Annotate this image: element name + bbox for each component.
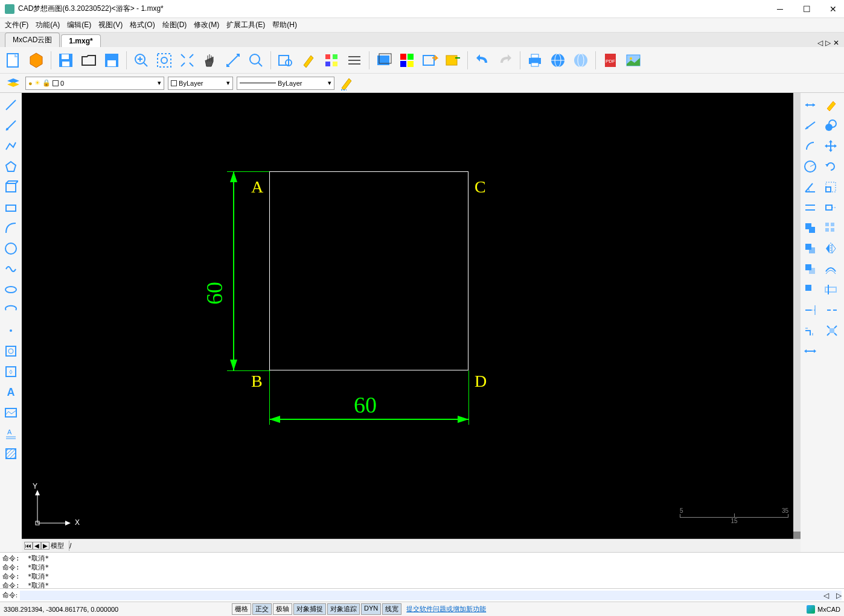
open-folder-button[interactable] <box>78 49 100 71</box>
ellipse-tool[interactable] <box>1 280 21 299</box>
layer-button[interactable] <box>373 49 395 71</box>
command-input[interactable] <box>20 591 842 600</box>
menu-help[interactable]: 帮助(H) <box>272 20 297 30</box>
properties-button[interactable] <box>321 49 342 71</box>
copy2-tool[interactable] <box>801 239 820 258</box>
zoom-window-button[interactable] <box>153 49 175 71</box>
extend-tool[interactable] <box>801 300 820 320</box>
tab-cloud[interactable]: MxCAD云图 <box>5 33 60 47</box>
circle-tool[interactable] <box>1 239 21 258</box>
explode-tool[interactable] <box>822 321 842 340</box>
offset-tool[interactable] <box>821 259 840 279</box>
line-tool[interactable] <box>1 95 21 115</box>
color-button[interactable] <box>396 49 418 71</box>
open-3d-button[interactable] <box>25 49 47 71</box>
redo-button[interactable] <box>494 49 516 71</box>
mirror-tool[interactable] <box>821 239 840 258</box>
pan-button[interactable] <box>199 49 221 71</box>
zoom-realtime-button[interactable] <box>245 49 267 71</box>
save-button[interactable] <box>55 49 77 71</box>
layer-dropdown[interactable]: ● ☀ 🔒 0 ▾ <box>25 77 164 90</box>
block-tool[interactable] <box>1 341 21 361</box>
dim-angular-tool[interactable] <box>801 177 820 197</box>
toggle-grid[interactable]: 栅格 <box>232 603 251 615</box>
maximize-button[interactable]: ☐ <box>801 3 813 15</box>
ray-tool[interactable] <box>1 116 21 135</box>
web-button[interactable] <box>547 49 569 71</box>
print-button[interactable] <box>524 49 546 71</box>
highlight-button[interactable] <box>298 49 319 71</box>
undo-button[interactable] <box>472 49 493 71</box>
menu-ext[interactable]: 扩展工具(E) <box>226 20 265 30</box>
drawing-canvas[interactable]: A C B D 60 60 Y X <box>22 93 801 539</box>
menu-function[interactable]: 功能(A) <box>36 20 60 30</box>
polyline-tool[interactable] <box>1 136 21 156</box>
move-tool[interactable] <box>821 136 840 156</box>
mtext-tool[interactable]: A <box>1 424 21 443</box>
hatch-tool[interactable] <box>1 444 21 463</box>
export-button[interactable] <box>419 49 441 71</box>
insert-block-tool[interactable]: ◊ <box>1 362 21 381</box>
minimize-button[interactable]: ─ <box>774 3 786 15</box>
menu-edit[interactable]: 编辑(E) <box>67 20 91 30</box>
tab-prev-icon[interactable]: ◁ <box>817 39 823 47</box>
image-button[interactable] <box>622 49 644 71</box>
dim-radius-tool[interactable] <box>801 157 820 176</box>
toggle-otrack[interactable]: 对象追踪 <box>327 603 360 615</box>
zoom-extents-button[interactable] <box>176 49 198 71</box>
point-tool[interactable] <box>1 321 21 340</box>
cmd-next-icon[interactable]: ▷ <box>836 591 842 600</box>
scrollbar-v[interactable] <box>793 93 801 539</box>
mt-first[interactable]: ⏮ <box>24 542 33 550</box>
toggle-dyn[interactable]: DYN <box>361 603 381 615</box>
mt-prev[interactable]: ◀ <box>33 542 41 550</box>
tab-close-icon[interactable]: ✕ <box>833 39 839 47</box>
polygon-tool[interactable] <box>1 157 21 176</box>
color-dropdown[interactable]: ByLayer ▾ <box>168 77 233 90</box>
menu-modify[interactable]: 修改(M) <box>194 20 219 30</box>
trim-tool[interactable] <box>821 280 840 299</box>
new-file-button[interactable] <box>2 49 24 71</box>
dim-arc-tool[interactable] <box>801 136 820 156</box>
tab-1mxg[interactable]: 1.mxg* <box>61 34 100 47</box>
cmd-prev-icon[interactable]: ◁ <box>823 591 829 600</box>
menu-view[interactable]: 视图(V) <box>98 20 123 30</box>
arc-tool[interactable] <box>1 218 21 238</box>
layer-manager-button[interactable] <box>5 75 22 92</box>
toggle-polar[interactable]: 极轴 <box>273 603 292 615</box>
stretch-tool[interactable] <box>821 198 840 217</box>
rect-tool[interactable] <box>1 198 21 217</box>
toggle-ortho[interactable]: 正交 <box>252 603 272 615</box>
copy4-tool[interactable] <box>801 280 820 299</box>
menu-file[interactable]: 文件(F) <box>5 20 28 30</box>
dim-baseline-tool[interactable] <box>801 198 820 217</box>
ellipse-arc-tool[interactable] <box>1 300 21 320</box>
menu-draw[interactable]: 绘图(D) <box>162 20 187 30</box>
copy3-tool[interactable] <box>801 259 820 279</box>
list-button[interactable] <box>344 49 365 71</box>
spline-tool[interactable] <box>1 259 21 279</box>
web2-button[interactable] <box>570 49 592 71</box>
linetype-dropdown[interactable]: ByLayer ▾ <box>237 77 334 90</box>
copy-props-tool[interactable] <box>801 218 820 238</box>
dim-linear-tool[interactable] <box>801 95 820 115</box>
fillet-tool[interactable] <box>801 321 820 340</box>
import-button[interactable] <box>442 49 464 71</box>
lengthen-tool[interactable] <box>801 341 820 361</box>
rotate-tool[interactable] <box>821 157 840 176</box>
erase-tool[interactable] <box>821 95 840 115</box>
menu-format[interactable]: 格式(O) <box>130 20 155 30</box>
measure-button[interactable] <box>222 49 244 71</box>
toggle-osnap[interactable]: 对象捕捉 <box>293 603 326 615</box>
pdf-button[interactable]: PDF <box>599 49 621 71</box>
image-tool[interactable] <box>1 403 21 422</box>
scale-tool[interactable] <box>821 177 840 197</box>
break-tool[interactable] <box>822 300 842 320</box>
saveas-button[interactable] <box>101 49 123 71</box>
zoom-in-button[interactable] <box>130 49 152 71</box>
rectangle-tool[interactable] <box>1 177 21 197</box>
toggle-lw[interactable]: 线宽 <box>382 603 401 615</box>
mt-next[interactable]: ▶ <box>41 542 50 550</box>
tab-next-icon[interactable]: ▷ <box>825 39 831 47</box>
feedback-link[interactable]: 提交软件问题或增加新功能 <box>406 605 486 614</box>
